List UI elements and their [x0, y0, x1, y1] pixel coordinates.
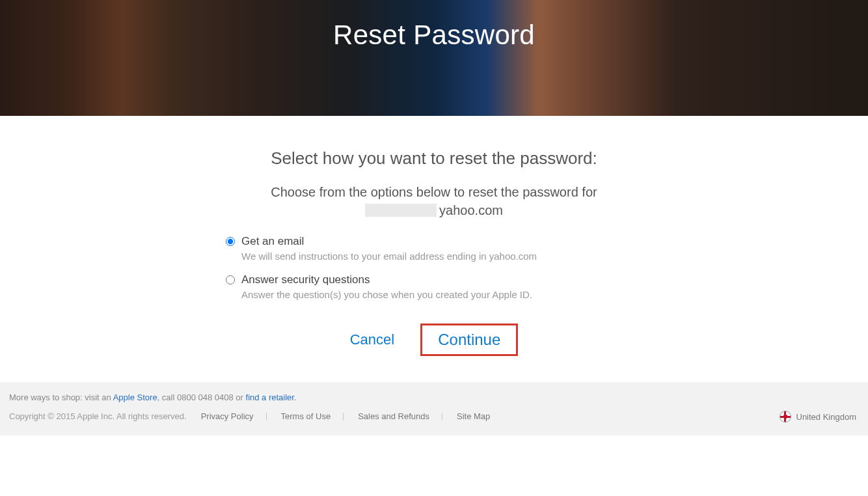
- option-label: Answer security questions: [241, 273, 370, 286]
- option-security-questions[interactable]: Answer security questions Answer the que…: [226, 273, 642, 300]
- footer-link-sales[interactable]: Sales and Refunds: [358, 411, 442, 421]
- email-domain: yahoo.com: [439, 203, 503, 217]
- cancel-button[interactable]: Cancel: [350, 331, 394, 348]
- footer-text: .: [294, 393, 297, 402]
- footer-shop-line: More ways to shop: visit an Apple Store,…: [9, 393, 859, 402]
- action-row: Cancel Continue: [0, 324, 868, 356]
- copyright-text: Copyright © 2015 Apple Inc. All rights r…: [9, 411, 187, 421]
- apple-store-link[interactable]: Apple Store: [113, 393, 157, 402]
- uk-flag-icon: [780, 411, 791, 422]
- reset-options: Get an email We will send instructions t…: [226, 235, 642, 300]
- footer-link-sitemap[interactable]: Site Map: [457, 411, 503, 421]
- footer-text: More ways to shop: visit an: [9, 393, 113, 402]
- main-content: Select how you want to reset the passwor…: [0, 116, 868, 382]
- page-title: Reset Password: [333, 20, 535, 51]
- option-label: Get an email: [241, 235, 304, 248]
- option-get-email[interactable]: Get an email We will send instructions t…: [226, 235, 642, 262]
- option-description: Answer the question(s) you chose when yo…: [241, 289, 642, 300]
- find-retailer-link[interactable]: find a retailer: [246, 393, 294, 402]
- reset-subtext: Choose from the options below to reset t…: [0, 183, 868, 202]
- footer-link-privacy[interactable]: Privacy Policy: [201, 411, 267, 421]
- region-selector[interactable]: United Kingdom: [780, 411, 857, 422]
- reset-prompt: Select how you want to reset the passwor…: [0, 148, 868, 169]
- continue-highlight: Continue: [420, 324, 518, 356]
- footer-text: , call 0800 048 0408 or: [157, 393, 246, 402]
- footer-link-terms[interactable]: Terms of Use: [281, 411, 344, 421]
- option-description: We will send instructions to your email …: [241, 251, 642, 262]
- redacted-email-user: [365, 204, 437, 217]
- continue-button[interactable]: Continue: [438, 331, 500, 349]
- radio-security-questions[interactable]: [226, 275, 235, 284]
- page-footer: More ways to shop: visit an Apple Store,…: [0, 382, 868, 435]
- radio-get-email[interactable]: [226, 237, 235, 246]
- hero-banner: Reset Password: [0, 0, 868, 116]
- account-email: yahoo.com: [0, 203, 868, 218]
- region-label: United Kingdom: [796, 412, 857, 422]
